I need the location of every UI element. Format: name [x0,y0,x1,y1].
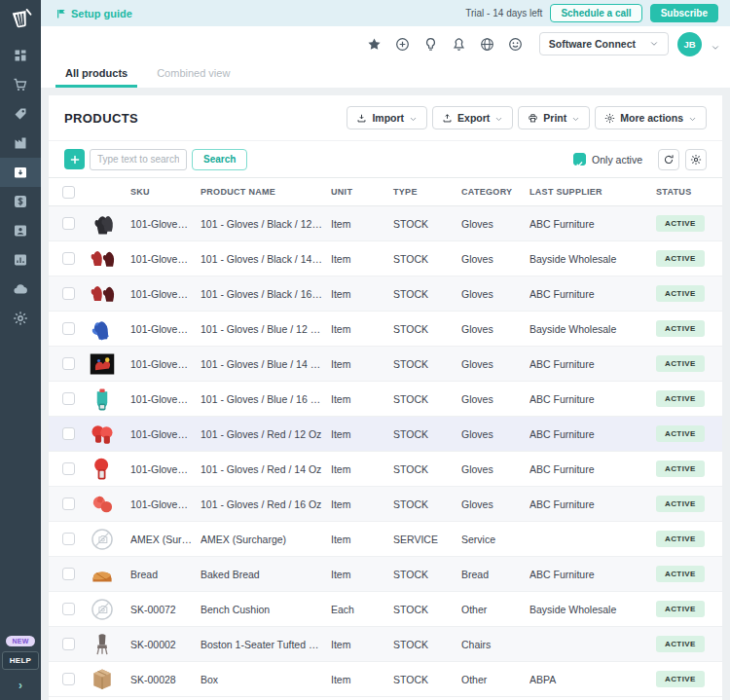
column-header-status[interactable]: STATUS [656,187,722,197]
table-row[interactable]: 101-Gloves-010 101 - Gloves / Blue / 14 … [49,347,722,382]
sku-cell: 101-Gloves-016 [130,253,201,265]
only-active-checkbox[interactable] [573,153,586,166]
row-checkbox[interactable] [62,322,75,335]
icon-header-bar: Software Connect JB [41,26,730,61]
column-header-last-supplier[interactable]: LAST SUPPLIER [529,187,656,197]
print-button[interactable]: Print [518,106,590,129]
row-checkbox[interactable] [62,287,75,300]
factory-icon [13,135,28,151]
table-row[interactable]: 101-Gloves-017 101 - Gloves / Black / 12… [49,206,722,241]
row-checkbox[interactable] [62,533,75,545]
sidebar-item-sales[interactable] [0,70,41,99]
row-checkbox[interactable] [62,252,75,265]
sidebar-item-purchasing[interactable] [0,187,41,216]
cloud-icon [13,281,28,297]
app-window: NEW HELP › Setup guide Trial - 14 days l… [0,0,730,700]
supplier-cell: ABC Furniture [529,358,656,370]
table-row[interactable]: 101-Gloves-009 101 - Gloves / Blue / 16 … [49,382,722,417]
company-dropdown[interactable]: Software Connect [539,32,669,55]
column-header-category[interactable]: CATEGORY [461,187,529,197]
row-checkbox[interactable] [62,462,75,475]
status-cell: ACTIVE [656,285,722,302]
export-button[interactable]: Export [432,106,513,129]
sidebar-item-products[interactable] [0,99,41,129]
status-badge: ACTIVE [656,636,705,652]
avatar-chevron-down-icon[interactable] [711,39,720,49]
sidebar-item-reports[interactable] [0,245,41,275]
row-checkbox[interactable] [62,673,75,685]
sidebar-bottom: NEW HELP › [0,636,41,694]
status-cell: ACTIVE [656,250,722,267]
table-row[interactable]: SK-00072 Bench Cushion Each STOCK Other … [49,592,722,627]
table-row[interactable]: 101-Gloves-014 101 - Gloves / Red / 12 O… [49,417,722,452]
unit-cell: Item [331,674,393,685]
search-input[interactable] [90,149,187,170]
table-row[interactable]: 101-Gloves-012 101 - Gloves / Red / 16 O… [49,487,722,522]
select-all-checkbox[interactable] [62,186,75,199]
type-cell: STOCK [393,604,461,615]
table-row[interactable]: 101-Gloves-011 101 - Gloves / Blue / 12 … [49,312,722,347]
product-name-cell: 101 - Gloves / Blue / 16 Oz [201,393,331,405]
table-row[interactable]: 101-Gloves-016 101 - Gloves / Black / 14… [49,241,722,276]
type-cell: STOCK [393,358,461,370]
sidebar-expand-chevron-icon[interactable]: › [18,675,22,694]
row-checkbox[interactable] [62,357,75,370]
column-header-type[interactable]: TYPE [393,187,461,197]
row-checkbox[interactable] [62,392,75,405]
sidebar-item-inventory[interactable] [0,158,41,187]
import-button[interactable]: Import [347,106,427,129]
category-cell: Bread [461,569,529,580]
search-button[interactable]: Search [192,149,247,170]
product-name-cell: 101 - Gloves / Red / 12 Oz [201,428,331,440]
row-checkbox[interactable] [62,217,75,230]
row-checkbox[interactable] [62,497,75,510]
table-row[interactable]: AMEX (Surchar... AMEX (Surcharge) Item S… [49,522,722,557]
table-row[interactable]: 101-Gloves-013 101 - Gloves / Red / 14 O… [49,452,722,487]
tab-combined-view[interactable]: Combined view [147,61,239,88]
table-row[interactable]: SK-00028 Box Item STOCK Other ABPA ACTIV… [49,662,722,697]
column-header-unit[interactable]: UNIT [331,187,393,197]
row-checkbox[interactable] [62,568,75,580]
tab-all-products[interactable]: All products [55,61,137,88]
add-product-button[interactable] [64,149,85,169]
inventory-box-icon [13,165,28,180]
lightbulb-icon[interactable] [423,37,438,52]
sidebar-item-integrations[interactable] [0,275,41,304]
setup-guide-link[interactable]: Setup guide [55,8,132,19]
avatar[interactable]: JB [677,32,702,56]
sidebar-item-settings[interactable] [0,304,41,333]
add-circle-icon[interactable] [395,37,410,52]
feedback-icon[interactable] [508,37,523,52]
action-buttons: Import Export Print More actions [347,106,707,129]
bell-icon[interactable] [452,37,466,52]
help-button[interactable]: HELP [2,651,40,670]
sidebar-item-manufacturing[interactable] [0,129,41,158]
type-cell: SERVICE [393,534,461,545]
more-actions-button[interactable]: More actions [595,106,707,129]
column-header-sku[interactable]: SKU [130,187,201,197]
sku-cell: 101-Gloves-011 [130,323,201,335]
unit-cell: Item [331,534,393,545]
table-settings-button[interactable] [685,149,707,170]
table-row[interactable]: Bread Baked Bread Item STOCK Bread ABC F… [49,557,722,592]
table-row[interactable]: SK-00002 Boston 1-Seater Tufted Dining C… [49,627,722,662]
table-row[interactable]: 101-Gloves-015 101 - Gloves / Black / 16… [49,276,722,312]
row-checkbox[interactable] [62,427,75,440]
row-checkbox[interactable] [62,603,75,615]
column-header-product-name[interactable]: PRODUCT NAME [201,187,331,197]
refresh-button[interactable] [658,149,679,170]
sidebar-item-contacts[interactable] [0,216,41,245]
sidebar-item-dashboard[interactable] [0,41,41,70]
star-icon[interactable] [367,37,382,52]
row-checkbox[interactable] [62,638,75,650]
app-logo-icon[interactable] [7,6,34,33]
type-cell: STOCK [393,393,461,405]
globe-icon[interactable] [480,37,494,52]
status-badge: ACTIVE [656,355,705,372]
only-active-label[interactable]: Only active [592,154,642,166]
sku-cell: Bread [130,569,201,580]
schedule-call-button[interactable]: Schedule a call [550,4,641,22]
category-cell: Chairs [461,639,529,650]
sidebar-nav [0,41,41,333]
subscribe-button[interactable]: Subscribe [650,4,718,22]
